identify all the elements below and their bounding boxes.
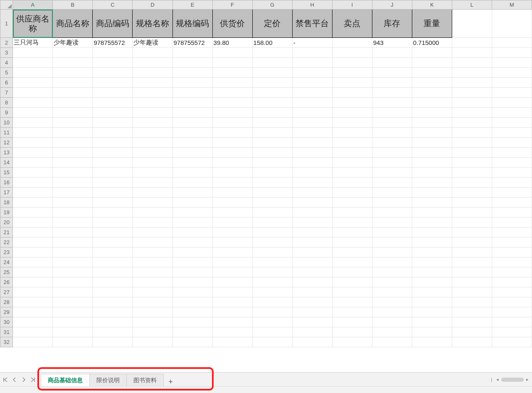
- cell-B5[interactable]: [53, 68, 93, 78]
- cell-G6[interactable]: [252, 78, 292, 88]
- cell-K6[interactable]: [412, 78, 452, 88]
- row-header-8[interactable]: 8: [0, 98, 13, 108]
- cell-L32[interactable]: [452, 337, 492, 347]
- tab-nav-next-icon[interactable]: [20, 376, 27, 383]
- row-header-22[interactable]: 22: [0, 237, 13, 247]
- cell-B31[interactable]: [53, 327, 93, 337]
- cell-I23[interactable]: [332, 247, 372, 257]
- cell-H19[interactable]: [292, 208, 332, 218]
- cell-G19[interactable]: [252, 208, 292, 218]
- cell-F9[interactable]: [212, 108, 252, 118]
- cell-E5[interactable]: [172, 68, 212, 78]
- cell-K18[interactable]: [412, 198, 452, 208]
- cell-L10[interactable]: [452, 118, 492, 128]
- cell-A3[interactable]: [13, 48, 53, 58]
- cell-G23[interactable]: [252, 247, 292, 257]
- cell-H20[interactable]: [292, 218, 332, 227]
- cell-F29[interactable]: [212, 307, 252, 317]
- cell-C13[interactable]: [93, 148, 133, 158]
- cell-B25[interactable]: [53, 267, 93, 277]
- row-header-7[interactable]: 7: [0, 88, 13, 98]
- cell-J32[interactable]: [372, 337, 412, 347]
- cell-C27[interactable]: [93, 287, 133, 297]
- row-header-32[interactable]: 32: [0, 337, 13, 347]
- row-header-11[interactable]: 11: [0, 128, 13, 138]
- cell-C9[interactable]: [93, 108, 133, 118]
- cell-H11[interactable]: [292, 128, 332, 138]
- cell-K3[interactable]: [412, 48, 452, 58]
- col-header-F[interactable]: F: [212, 0, 252, 10]
- cell-J21[interactable]: [372, 227, 412, 237]
- cell-K11[interactable]: [412, 128, 452, 138]
- row-header-26[interactable]: 26: [0, 277, 13, 287]
- cell-F19[interactable]: [212, 208, 252, 218]
- cell-J8[interactable]: [372, 98, 412, 108]
- cell-B21[interactable]: [53, 227, 93, 237]
- cell-I32[interactable]: [332, 337, 372, 347]
- cell-G2[interactable]: 158.00: [252, 38, 292, 48]
- cell-K14[interactable]: [412, 158, 452, 168]
- cell-G7[interactable]: [252, 88, 292, 98]
- cell-A25[interactable]: [13, 267, 53, 277]
- cell-C26[interactable]: [93, 277, 133, 287]
- cell-I6[interactable]: [332, 78, 372, 88]
- cell-E30[interactable]: [172, 317, 212, 327]
- cell-B26[interactable]: [53, 277, 93, 287]
- cell-M16[interactable]: [492, 178, 532, 188]
- col-header-J[interactable]: J: [372, 0, 412, 10]
- cell-C18[interactable]: [93, 198, 133, 208]
- col-header-H[interactable]: H: [292, 0, 332, 10]
- cell-J2[interactable]: 943: [372, 38, 412, 48]
- cell-H3[interactable]: [292, 48, 332, 58]
- cell-H5[interactable]: [292, 68, 332, 78]
- cell-J3[interactable]: [372, 48, 412, 58]
- cell-A15[interactable]: [13, 168, 53, 178]
- cell-B6[interactable]: [53, 78, 93, 88]
- sheet-tab-book-material[interactable]: 图书资料: [126, 374, 164, 386]
- cell-L15[interactable]: [452, 168, 492, 178]
- cell-A28[interactable]: [13, 297, 53, 307]
- cell-F1[interactable]: 供货价: [212, 10, 252, 38]
- cell-K2[interactable]: 0.715000: [412, 38, 452, 48]
- cell-I15[interactable]: [332, 168, 372, 178]
- cell-F4[interactable]: [212, 58, 252, 68]
- cell-M7[interactable]: [492, 88, 532, 98]
- col-header-B[interactable]: B: [53, 0, 93, 10]
- cell-D4[interactable]: [133, 58, 172, 68]
- cell-J14[interactable]: [372, 158, 412, 168]
- cell-C10[interactable]: [93, 118, 133, 128]
- cell-E20[interactable]: [172, 218, 212, 227]
- cell-A1[interactable]: 供应商名称: [13, 10, 53, 38]
- cell-M18[interactable]: [492, 198, 532, 208]
- cell-A17[interactable]: [13, 188, 53, 198]
- cell-C20[interactable]: [93, 218, 133, 227]
- cell-G18[interactable]: [252, 198, 292, 208]
- cell-F3[interactable]: [212, 48, 252, 58]
- cell-C22[interactable]: [93, 237, 133, 247]
- row-header-1[interactable]: 1: [0, 10, 13, 38]
- cell-A14[interactable]: [13, 158, 53, 168]
- cell-I3[interactable]: [332, 48, 372, 58]
- cell-L27[interactable]: [452, 287, 492, 297]
- cell-I20[interactable]: [332, 218, 372, 227]
- cell-L13[interactable]: [452, 148, 492, 158]
- cell-M1[interactable]: [492, 10, 532, 38]
- cell-B16[interactable]: [53, 178, 93, 188]
- cell-I29[interactable]: [332, 307, 372, 317]
- cell-F24[interactable]: [212, 257, 252, 267]
- cell-D2[interactable]: 少年趣读: [133, 38, 172, 48]
- cell-G17[interactable]: [252, 188, 292, 198]
- cell-G4[interactable]: [252, 58, 292, 68]
- cell-K8[interactable]: [412, 98, 452, 108]
- cell-E11[interactable]: [172, 128, 212, 138]
- cell-H16[interactable]: [292, 178, 332, 188]
- cell-G28[interactable]: [252, 297, 292, 307]
- cell-M10[interactable]: [492, 118, 532, 128]
- cell-I13[interactable]: [332, 148, 372, 158]
- row-header-12[interactable]: 12: [0, 138, 13, 148]
- cell-D21[interactable]: [133, 227, 172, 237]
- cell-L3[interactable]: [452, 48, 492, 58]
- cell-J10[interactable]: [372, 118, 412, 128]
- cell-E26[interactable]: [172, 277, 212, 287]
- cell-J31[interactable]: [372, 327, 412, 337]
